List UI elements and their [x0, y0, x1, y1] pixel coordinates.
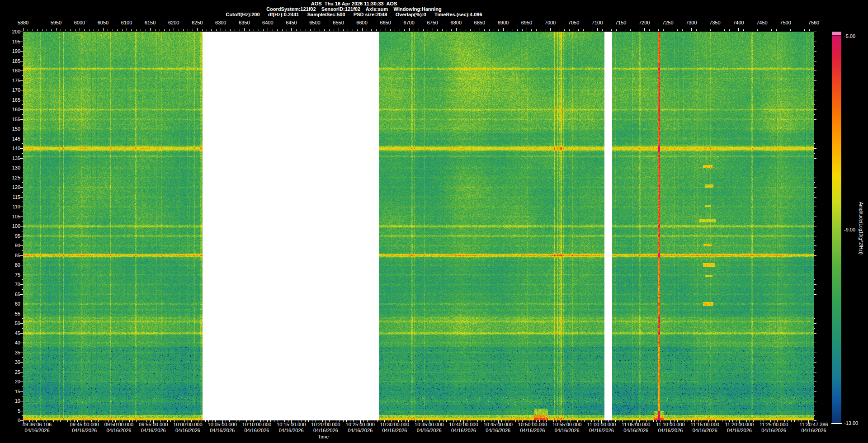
freq-major-tick-right — [814, 119, 816, 120]
time-minor-tick — [515, 420, 516, 422]
record-minor-tick — [795, 29, 795, 31]
time-minor-tick — [123, 420, 123, 422]
freq-tick-label: 35 — [3, 350, 20, 355]
freq-minor-tick-right — [814, 377, 815, 377]
time-minor-tick — [160, 420, 160, 422]
freq-major-tick-right — [814, 80, 816, 81]
time-minor-tick — [726, 420, 726, 422]
time-minor-tick — [150, 420, 151, 422]
freq-major-tick-right — [814, 207, 816, 207]
freq-tick-label: 55 — [3, 311, 20, 316]
freq-minor-tick-right — [814, 250, 815, 251]
freq-major-tick-right — [814, 343, 816, 343]
record-minor-tick — [701, 29, 701, 31]
record-major-tick — [644, 28, 645, 31]
record-minor-tick — [616, 29, 617, 31]
record-tick-label: 6800 — [451, 20, 462, 25]
record-minor-tick — [42, 29, 42, 31]
record-minor-tick — [324, 29, 325, 31]
time-minor-tick — [202, 420, 202, 422]
freq-major-tick-right — [814, 255, 816, 256]
time-major-tick — [291, 420, 292, 424]
time-minor-tick — [471, 420, 471, 422]
time-minor-tick — [788, 420, 788, 422]
colorbar-axis-label: Amplitude(Log10(g^2/Hz)) — [859, 202, 863, 254]
freq-tick-label: 195 — [3, 39, 20, 44]
freq-major-tick-right — [814, 275, 816, 275]
freq-minor-tick-right — [814, 104, 815, 105]
time-minor-tick — [656, 420, 657, 422]
record-minor-tick — [767, 29, 767, 31]
time-minor-tick — [777, 420, 778, 422]
record-tick-label: 5880 — [18, 20, 28, 25]
record-major-tick — [127, 28, 127, 31]
record-tick-label: 7350 — [709, 20, 720, 25]
record-minor-tick — [517, 29, 518, 31]
record-minor-tick — [724, 29, 725, 31]
time-minor-tick — [233, 420, 233, 422]
record-minor-tick — [367, 29, 367, 31]
record-major-tick — [244, 28, 245, 31]
freq-major-tick-right — [814, 333, 816, 334]
record-tick-label: 7500 — [780, 20, 791, 25]
freq-tick-label: 105 — [3, 214, 20, 219]
time-minor-tick — [374, 420, 374, 422]
record-minor-tick — [235, 29, 235, 31]
time-major-tick — [705, 420, 705, 424]
record-minor-tick — [781, 29, 781, 31]
record-minor-tick — [640, 29, 640, 31]
freq-major-tick-right — [814, 109, 816, 110]
time-minor-tick — [539, 420, 540, 422]
freq-minor-tick-right — [814, 163, 815, 163]
time-minor-tick — [305, 420, 306, 422]
time-minor-tick — [401, 420, 402, 422]
time-minor-tick — [646, 420, 647, 422]
time-minor-tick — [605, 420, 605, 422]
time-minor-tick — [295, 420, 295, 422]
time-minor-tick — [47, 420, 47, 422]
freq-major-tick-right — [814, 197, 816, 198]
time-major-tick — [85, 420, 85, 424]
time-major-tick — [257, 420, 257, 424]
freq-minor-tick-right — [814, 114, 815, 115]
time-minor-tick — [105, 420, 105, 422]
record-minor-tick — [437, 29, 438, 31]
time-minor-tick — [753, 420, 754, 422]
record-major-tick — [197, 28, 198, 31]
date-label: 04/16/2026 — [658, 428, 683, 433]
date-label: 04/16/2026 — [801, 428, 826, 433]
time-minor-tick — [191, 420, 192, 422]
record-tick-label: 6700 — [403, 20, 414, 25]
record-minor-tick — [282, 29, 283, 31]
time-major-tick — [326, 420, 326, 424]
time-minor-tick — [74, 420, 75, 422]
freq-major-tick-right — [814, 158, 816, 159]
time-minor-tick — [474, 420, 474, 422]
record-minor-tick — [626, 29, 626, 31]
record-minor-tick — [47, 29, 47, 31]
record-major-tick — [668, 28, 668, 31]
record-tick-label: 6450 — [286, 20, 297, 25]
time-minor-tick — [26, 420, 26, 422]
time-minor-tick — [433, 420, 433, 422]
time-minor-tick — [43, 420, 43, 422]
time-minor-tick — [719, 420, 719, 422]
time-minor-tick — [632, 420, 633, 422]
record-major-tick — [786, 28, 786, 31]
freq-tick-label: 95 — [3, 233, 20, 238]
record-minor-tick — [51, 29, 52, 31]
time-minor-tick — [164, 420, 164, 422]
time-minor-tick — [346, 420, 347, 422]
record-minor-tick — [146, 29, 146, 31]
record-minor-tick — [334, 29, 334, 31]
record-minor-tick — [560, 29, 560, 31]
time-minor-tick — [522, 420, 523, 422]
freq-tick-label: 50 — [3, 321, 20, 326]
time-minor-tick — [677, 420, 678, 422]
freq-minor-tick-right — [814, 124, 815, 124]
record-major-tick — [621, 28, 621, 31]
record-tick-label: 6900 — [498, 20, 509, 25]
record-minor-tick — [498, 29, 499, 31]
time-minor-tick — [512, 420, 512, 422]
time-minor-tick — [639, 420, 640, 422]
